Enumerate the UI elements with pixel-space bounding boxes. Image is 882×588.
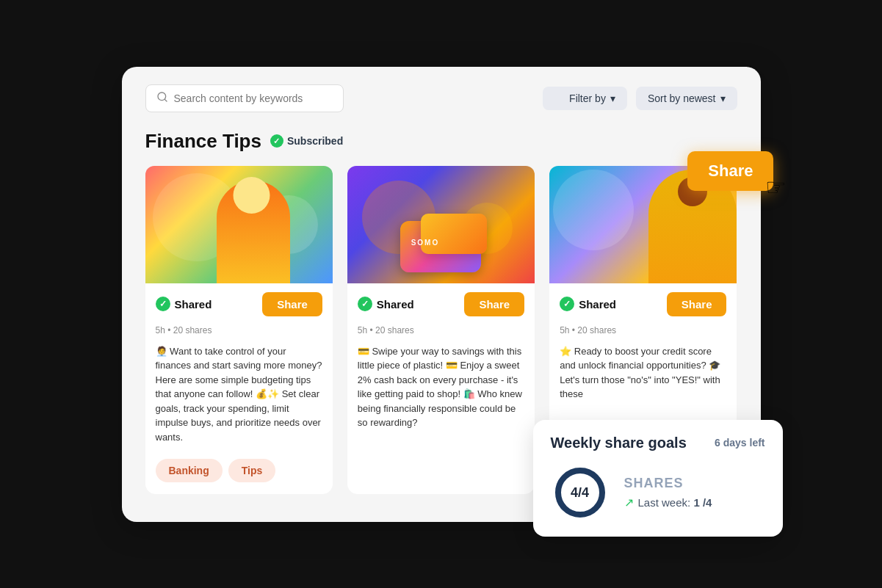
filter-label: Filter by: [569, 92, 606, 104]
search-bar: Filter by ▾ Sort by newest ▾: [145, 84, 737, 112]
person-head: [234, 177, 270, 214]
goals-title: Weekly share goals: [551, 435, 687, 451]
share-button-large[interactable]: Share: [687, 151, 773, 191]
shared-label-3: Shared: [579, 298, 616, 311]
card-image-2: SOMO: [347, 166, 535, 283]
filter-sort-area: Filter by ▾ Sort by newest ▾: [543, 87, 737, 110]
goals-body: 4/4 SHARES ↗ Last week: 1 /4: [551, 463, 765, 522]
card-meta-1: 5h • 20 shares: [145, 322, 333, 341]
card-text-3: ⭐ Ready to boost your credit score and u…: [549, 341, 737, 410]
card-meta-3: 5h • 20 shares: [549, 322, 737, 341]
donut-chart: 4/4: [551, 463, 610, 522]
card-image-1: [145, 166, 333, 283]
days-left-label: 6 days left: [715, 437, 764, 449]
content-card-2: SOMO ✓ Shared Share 5h • 20 shares 💳 Swi…: [347, 166, 535, 495]
weekly-goals-panel: Weekly share goals 6 days left 4/4 SHARE…: [533, 420, 783, 537]
subscribed-badge: ✓ Subscribed: [270, 134, 343, 148]
donut-label: 4/4: [571, 484, 589, 500]
card-tags-1: Banking Tips: [145, 453, 333, 494]
subscribed-label: Subscribed: [287, 135, 343, 147]
card-text-1: 🧑‍💼 Want to take control of your finance…: [145, 341, 333, 454]
sort-label: Sort by newest: [648, 92, 716, 104]
last-week-text: Last week: 1 /4: [638, 496, 712, 509]
shared-status-3: ✓ Shared: [560, 297, 616, 311]
outer-container: Filter by ▾ Sort by newest ▾ Finance Tip…: [0, 0, 882, 588]
deco-circle: [553, 170, 634, 250]
subscribed-check-icon: ✓: [270, 134, 283, 148]
card-action-row-3: ✓ Shared Share: [549, 283, 737, 322]
tag-banking: Banking: [156, 459, 223, 482]
shared-status-2: ✓ Shared: [358, 297, 414, 311]
card-graphic-2: [421, 214, 487, 254]
filter-button[interactable]: Filter by ▾: [543, 87, 627, 110]
somo-text: SOMO: [411, 239, 440, 247]
search-input[interactable]: [174, 92, 333, 104]
chevron-down-icon-2: ▾: [720, 92, 726, 104]
trend-icon: ↗: [624, 496, 634, 509]
card-action-row-2: ✓ Shared Share: [347, 283, 535, 322]
shared-label: Shared: [175, 298, 212, 311]
sort-button[interactable]: Sort by newest ▾: [636, 87, 737, 110]
shared-check-icon: ✓: [156, 297, 170, 311]
search-icon: [156, 91, 168, 106]
svg-line-1: [165, 99, 167, 101]
cursor-icon: ☞: [765, 173, 787, 201]
share-button-2[interactable]: Share: [464, 292, 524, 316]
shared-label-2: Shared: [377, 298, 414, 311]
share-button-3[interactable]: Share: [667, 292, 727, 316]
share-button-1[interactable]: Share: [262, 292, 322, 316]
last-week-value: 1 /4: [693, 496, 712, 509]
shares-label: SHARES: [624, 476, 765, 491]
shared-check-icon-2: ✓: [358, 297, 372, 311]
shared-check-icon-3: ✓: [560, 297, 574, 311]
content-card-1: ✓ Shared Share 5h • 20 shares 🧑‍💼 Want t…: [145, 166, 333, 495]
section-header: Finance Tips ✓ Subscribed: [145, 130, 737, 153]
search-input-wrapper[interactable]: [145, 84, 344, 112]
card-text-2: 💳 Swipe your way to savings with this li…: [347, 341, 535, 439]
goals-header: Weekly share goals 6 days left: [551, 435, 765, 451]
tag-tips: Tips: [228, 459, 276, 482]
last-week-label: Last week:: [638, 496, 691, 509]
card-action-row-1: ✓ Shared Share: [145, 283, 333, 322]
chevron-down-icon: ▾: [610, 92, 615, 104]
card-meta-2: 5h • 20 shares: [347, 322, 535, 341]
section-title: Finance Tips: [145, 130, 261, 153]
filter-icon: [554, 93, 565, 104]
shares-info: SHARES ↗ Last week: 1 /4: [624, 476, 765, 509]
main-card: Filter by ▾ Sort by newest ▾ Finance Tip…: [122, 67, 761, 522]
shared-status-1: ✓ Shared: [156, 297, 212, 311]
last-week-info: ↗ Last week: 1 /4: [624, 496, 765, 509]
